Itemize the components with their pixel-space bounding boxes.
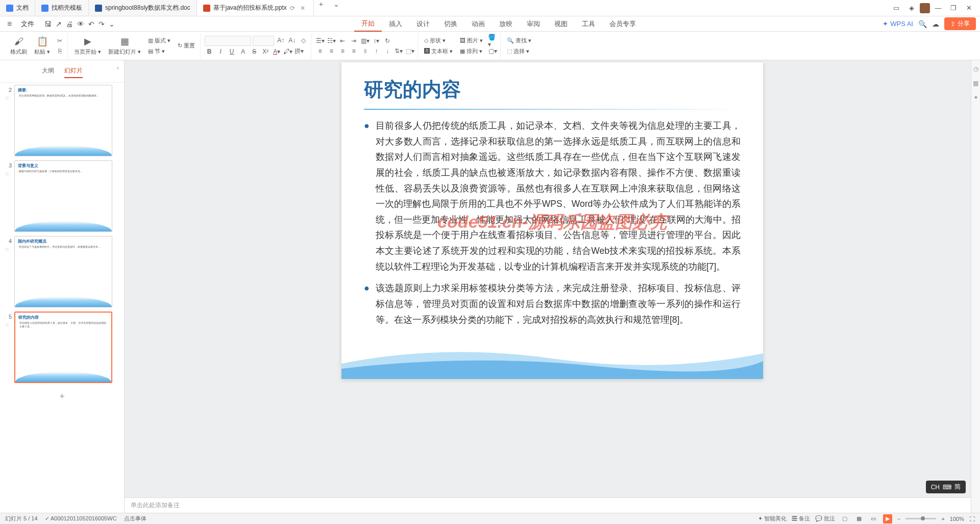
zoom-slider[interactable] <box>905 518 936 519</box>
align-left-icon[interactable]: ≡ <box>315 46 325 56</box>
slides-tab[interactable]: 幻灯片 <box>64 64 83 78</box>
dock-icon-3[interactable]: ✦ <box>973 94 978 101</box>
bullet-2[interactable]: ● 该选题原则上力求采用标签模块分类等方法，来完成注册登录、招标项目、投标信息、… <box>364 280 741 327</box>
new-slide-button[interactable]: ▦ 新建幻灯片 ▾ <box>106 35 143 57</box>
zoom-in-button[interactable]: + <box>941 516 944 522</box>
font-color-icon[interactable]: A▾ <box>272 47 281 56</box>
align-right-icon[interactable]: ≡ <box>338 46 347 56</box>
tab-animation[interactable]: 动画 <box>464 16 492 32</box>
zoom-value[interactable]: 100% <box>950 516 964 522</box>
copy-icon[interactable]: ⎘ <box>55 46 64 56</box>
notes-toggle[interactable]: ☰ 备注 <box>792 515 810 522</box>
superscript-icon[interactable]: X² <box>261 47 270 56</box>
slideshow-view-icon[interactable]: ▶ <box>883 514 892 523</box>
italic-icon[interactable]: I <box>216 47 225 56</box>
star-icon[interactable]: ☆ <box>5 171 10 177</box>
save-icon[interactable]: 🖫 <box>44 20 52 28</box>
thumbnail-list[interactable]: 2 ☆ 摘要: 后台系统采用框架实现，数据库是MySQL。本系统的实现能与数据库… <box>0 83 124 513</box>
layout-button[interactable]: ▥ 版式 ▾ <box>146 36 173 45</box>
close-tab-icon[interactable]: ✕ <box>298 5 307 12</box>
minimize-button[interactable]: — <box>931 1 945 15</box>
align-center-icon[interactable]: ≡ <box>327 46 336 56</box>
normal-view-icon[interactable]: ▢ <box>840 514 849 523</box>
tab-vip[interactable]: 会员专享 <box>602 16 643 32</box>
fit-icon[interactable]: ⛶ <box>969 516 975 522</box>
font-size-select[interactable] <box>253 36 274 46</box>
dock-icon-1[interactable]: ◷ <box>973 65 978 73</box>
tab-template[interactable]: 找稻壳模板 <box>35 0 89 16</box>
notes-pane[interactable]: 单击此处添加备注 <box>125 497 980 513</box>
print-icon[interactable]: 🖨 <box>66 20 73 28</box>
columns-icon[interactable]: ▥▾ <box>360 36 370 45</box>
select-button[interactable]: ⬚ 选择 ▾ <box>505 46 533 56</box>
convert-icon[interactable]: ↻ <box>383 36 392 45</box>
tab-dropdown[interactable]: ⌄ <box>328 0 345 16</box>
cloud-icon[interactable]: ☁ <box>932 20 939 28</box>
star-icon[interactable]: ☆ <box>5 246 10 253</box>
tab-transition[interactable]: 切换 <box>437 16 464 32</box>
shapes-button[interactable]: ◇ 形状 ▾ <box>422 36 455 45</box>
line-spacing-icon[interactable]: ⇅▾ <box>394 46 403 56</box>
fill-icon[interactable]: 🪣▾ <box>488 36 497 45</box>
sorter-view-icon[interactable]: ▦ <box>854 514 864 523</box>
find-button[interactable]: 🔍 查找 ▾ <box>505 36 533 45</box>
redo-icon[interactable]: ↷ <box>99 20 105 28</box>
add-slide-button[interactable]: + <box>2 387 122 406</box>
strike-icon[interactable]: S <box>250 47 259 56</box>
panel-icon[interactable]: ▭ <box>889 1 903 15</box>
text-direction-icon[interactable]: ↕▾ <box>372 36 381 45</box>
star-icon[interactable]: ☆ <box>5 322 10 328</box>
bold-icon[interactable]: B <box>205 47 214 56</box>
zoom-out-button[interactable]: − <box>897 516 900 522</box>
avatar-icon[interactable] <box>920 3 930 13</box>
ime-indicator[interactable]: CH ⌨ 简 <box>926 481 966 493</box>
beautify-button[interactable]: ✦ 智能美化 <box>758 515 787 522</box>
file-menu[interactable]: 文件 <box>17 19 38 29</box>
reading-view-icon[interactable]: ▭ <box>869 514 878 523</box>
tab-pptx-active[interactable]: 基于java的招投标系统.pptx ⟳ ✕ <box>197 0 314 16</box>
numbering-icon[interactable]: ☷▾ <box>327 36 336 45</box>
tab-design[interactable]: 设计 <box>409 16 437 32</box>
picture-button[interactable]: 🖼 图片 ▾ <box>458 36 485 45</box>
format-painter-button[interactable]: 🖌 格式刷 <box>8 35 29 57</box>
tab-view[interactable]: 视图 <box>547 16 575 32</box>
indent-increase-icon[interactable]: ⇥ <box>349 36 358 45</box>
section-button[interactable]: ▤ 节 ▾ <box>146 46 173 56</box>
bullets-icon[interactable]: ☰▾ <box>315 36 325 45</box>
tab-start[interactable]: 开始 <box>354 16 382 32</box>
maximize-button[interactable]: ❐ <box>946 1 961 15</box>
clear-format-icon[interactable]: ◇ <box>299 36 308 45</box>
shadow-icon[interactable]: A <box>238 47 248 56</box>
tab-tools[interactable]: 工具 <box>575 16 602 32</box>
share-button[interactable]: ⇪ 分享 <box>944 17 976 30</box>
preview-icon[interactable]: 👁 <box>77 20 84 28</box>
thumbnail-slide-2[interactable]: 摘要: 后台系统采用框架实现，数据库是MySQL。本系统的实现能与数据库... <box>14 85 112 156</box>
undo-icon[interactable]: ↶ <box>88 20 94 28</box>
wps-ai-button[interactable]: ✦ WPS AI <box>883 20 913 28</box>
textbox-button[interactable]: 🅰 文本框 ▾ <box>422 46 455 56</box>
outline-tab[interactable]: 大纲 <box>42 64 54 78</box>
tab-docs[interactable]: 文档 <box>0 0 35 16</box>
close-window-button[interactable]: ✕ <box>962 1 976 15</box>
current-page-start-button[interactable]: ▶ 当页开始 ▾ <box>72 35 103 57</box>
tab-insert[interactable]: 插入 <box>382 16 409 32</box>
indent-decrease-icon[interactable]: ⇤ <box>338 36 347 45</box>
star-icon[interactable]: ☆ <box>5 95 10 102</box>
tab-word-doc[interactable]: springboot88sly数据库文档.doc <box>89 0 197 16</box>
arrange-button[interactable]: ▦ 排列 ▾ <box>458 46 485 56</box>
refresh-icon[interactable]: ⟳ <box>290 5 295 12</box>
slide-canvas[interactable]: 研究的内容 ● 目前很多人仍把传统的纸质工具，如记录本、文档、文件夹等视为信息处… <box>341 62 763 379</box>
dock-icon-2[interactable]: ▦ <box>973 80 978 87</box>
highlight-icon[interactable]: 🖍▾ <box>283 47 292 56</box>
paste-button[interactable]: 📋 粘贴 ▾ <box>32 35 52 57</box>
pinyin-icon[interactable]: 拼▾ <box>295 47 304 56</box>
cut-icon[interactable]: ✂ <box>55 36 64 45</box>
slide-body[interactable]: ● 目前很多人仍把传统的纸质工具，如记录本、文档、文件夹等视为信息处理的主要工具… <box>341 118 763 327</box>
cube-icon[interactable]: ◈ <box>904 1 919 15</box>
tab-review[interactable]: 审阅 <box>520 16 547 32</box>
export-icon[interactable]: ↗ <box>56 20 62 28</box>
tab-slideshow[interactable]: 放映 <box>492 16 520 32</box>
line-up-icon[interactable]: ↑ <box>372 46 381 56</box>
search-icon[interactable]: 🔍 <box>918 20 927 28</box>
canvas-scroll[interactable]: 研究的内容 ● 目前很多人仍把传统的纸质工具，如记录本、文档、文件夹等视为信息处… <box>125 60 980 497</box>
